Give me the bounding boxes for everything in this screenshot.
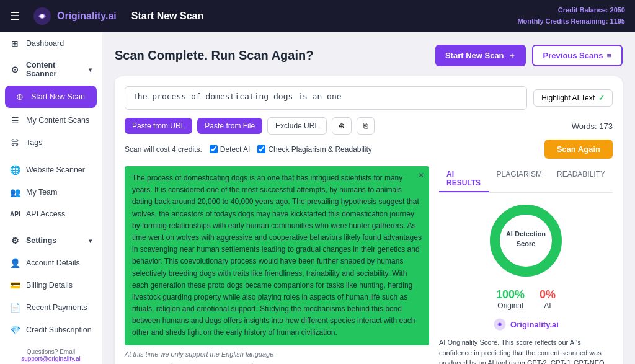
sidebar: ⊞ Dashboard ⊙ Content Scanner ▾ ⊕ Start … <box>0 32 102 364</box>
ai-pct: 0% <box>540 288 556 301</box>
sidebar-item-tags[interactable]: ⌘ Tags <box>0 131 102 154</box>
tab-plagiarism[interactable]: PLAGIARISM <box>489 166 549 192</box>
sidebar-item-my-content-scans[interactable]: ☰ My Content Scans <box>0 109 102 131</box>
chevron-down-icon: ▾ <box>89 66 92 73</box>
scan-again-button[interactable]: Scan Again <box>544 140 613 159</box>
sidebar-label-billing-details: Billing Details <box>26 281 92 290</box>
previous-scans-button[interactable]: Previous Scans ≡ <box>532 45 623 66</box>
ai-type: AI <box>540 301 556 310</box>
sidebar-label-my-team: My Team <box>26 188 92 197</box>
text-results: ✕ The process of domesticating dogs is a… <box>125 166 429 364</box>
start-new-scan-button[interactable]: Start New Scan ＋ <box>435 45 526 66</box>
add-icon: ⊕ <box>339 122 345 130</box>
sidebar-label-account-details: Account Details <box>26 259 92 267</box>
original-label: 100% Original <box>496 288 525 310</box>
sidebar-item-start-new-scan[interactable]: ⊕ Start New Scan <box>5 86 97 108</box>
account-icon: 👤 <box>10 258 20 268</box>
list-icon: ≡ <box>606 51 611 60</box>
hamburger-menu[interactable]: ☰ <box>10 9 20 23</box>
sidebar-label-content-scanner: Content Scanner <box>26 61 82 78</box>
sidebar-label-dashboard: Dashboard <box>26 39 92 48</box>
plagiarism-checkbox-label[interactable]: Check Plagiarism & Readability <box>257 145 371 154</box>
original-pct: 100% <box>496 288 525 301</box>
sidebar-item-recent-payments[interactable]: 📄 Recent Payments <box>0 296 102 319</box>
ai-label: 0% AI <box>540 288 556 310</box>
url-file-row: Paste from URL Paste from File Exclude U… <box>125 117 613 135</box>
copy-icon: ⎘ <box>363 122 368 130</box>
scan-text-input[interactable]: The process of domesticating dogs is an … <box>125 86 527 110</box>
svg-text:Score: Score <box>517 240 536 247</box>
svg-point-7 <box>499 323 501 326</box>
settings-chevron-icon: ▾ <box>89 237 92 244</box>
credits-row: Scan will cost 4 credits. Detect AI Chec… <box>125 140 613 159</box>
svg-point-1 <box>40 14 44 18</box>
sidebar-item-content-scanner[interactable]: ⊙ Content Scanner ▾ <box>0 55 102 84</box>
sidebar-label-credit-subscription: Credit Subscription <box>26 326 92 334</box>
score-panel: AI RESULTS PLAGIARISM READABILITY AI Det… <box>439 166 613 364</box>
donut-chart-container: AI Detection Score <box>439 200 613 281</box>
sidebar-item-settings[interactable]: ⚙ Settings ▾ <box>0 229 102 252</box>
sidebar-item-billing-details[interactable]: 💳 Billing Details <box>0 274 102 296</box>
sidebar-label-tags: Tags <box>26 138 92 147</box>
logo-title: Originality.ai <box>57 11 117 22</box>
paste-file-button[interactable]: Paste from File <box>197 118 262 134</box>
original-type: Original <box>496 301 525 310</box>
paste-url-button[interactable]: Paste from URL <box>125 118 192 134</box>
scan-complete-title: Scan Complete. Run Scan Again? <box>115 48 313 63</box>
originality-brand: Originality.ai <box>439 317 613 331</box>
logo-area: ☰ Originality.ai Start New Scan <box>10 6 517 26</box>
plagiarism-checkbox[interactable] <box>257 145 265 153</box>
sidebar-label-my-content-scans: My Content Scans <box>26 116 92 125</box>
highlight-ai-text-button[interactable]: Highlight AI Text ✓ <box>533 89 613 107</box>
support-email-link[interactable]: support@originality.ai <box>21 355 81 362</box>
credits-cost-text: Scan will cost 4 credits. <box>125 145 202 154</box>
main-layout: ⊞ Dashboard ⊙ Content Scanner ▾ ⊕ Start … <box>0 32 635 364</box>
score-tabs: AI RESULTS PLAGIARISM READABILITY <box>439 166 613 193</box>
score-description: AI Originality Score. This score reflect… <box>439 337 613 364</box>
website-scanner-icon: 🌐 <box>10 165 20 175</box>
results-layout: ✕ The process of domesticating dogs is a… <box>125 166 613 364</box>
highlighted-text-block: ✕ The process of domesticating dogs is a… <box>125 166 429 345</box>
sidebar-item-credit-subscription[interactable]: 💎 Credit Subscription <box>0 319 102 341</box>
team-icon: 👥 <box>10 187 20 197</box>
sidebar-item-account-details[interactable]: 👤 Account Details <box>0 252 102 274</box>
sidebar-item-website-scanner[interactable]: 🌐 Website Scanner <box>0 159 102 181</box>
donut-labels: 100% Original 0% AI <box>439 288 613 310</box>
logo-icon <box>32 6 52 26</box>
support-text: Questions? Email support@originality.ai <box>5 346 97 364</box>
dashboard-icon: ⊞ <box>10 38 20 48</box>
tags-icon: ⌘ <box>10 138 20 148</box>
content-area: Scan Complete. Run Scan Again? Start New… <box>102 32 635 364</box>
exclude-url-button[interactable]: Exclude URL <box>267 117 327 135</box>
credit-info: Credit Balance: 2050 Monthly Credits Rem… <box>517 5 625 27</box>
close-x-icon[interactable]: ✕ <box>418 170 424 182</box>
checkmark-icon: ✓ <box>598 94 605 102</box>
highlight-label: Highlight AI Text <box>541 94 595 102</box>
top-header: ☰ Originality.ai Start New Scan Credit B… <box>0 0 635 32</box>
tab-ai-results[interactable]: AI RESULTS <box>439 166 489 192</box>
scan-header: Scan Complete. Run Scan Again? Start New… <box>115 45 623 66</box>
sidebar-bottom: Questions? Email support@originality.ai … <box>0 341 102 364</box>
add-icon-button[interactable]: ⊕ <box>332 117 352 135</box>
sidebar-label-start-new-scan: Start New Scan <box>31 92 87 101</box>
sidebar-item-api-access[interactable]: API API Access <box>0 203 102 224</box>
billing-icon: 💳 <box>10 280 20 290</box>
svg-text:AI Detection: AI Detection <box>506 230 546 237</box>
settings-icon: ⚙ <box>10 236 20 246</box>
credit-balance: Credit Balance: 2050 <box>517 5 625 16</box>
text-input-row: The process of domesticating dogs is an … <box>125 86 613 110</box>
scan-actions: Start New Scan ＋ Previous Scans ≡ <box>435 45 623 66</box>
sidebar-item-my-team[interactable]: 👥 My Team <box>0 181 102 203</box>
copy-icon-button[interactable]: ⎘ <box>357 117 375 135</box>
donut-chart: AI Detection Score <box>486 200 566 281</box>
sidebar-label-website-scanner: Website Scanner <box>26 166 92 174</box>
payments-icon: 📄 <box>10 303 20 313</box>
sidebar-label-settings: Settings <box>26 236 82 245</box>
header-page-title: Start New Scan <box>131 11 203 22</box>
detect-ai-checkbox[interactable] <box>210 145 218 153</box>
scan-panel: The process of domesticating dogs is an … <box>115 76 623 364</box>
sidebar-item-dashboard[interactable]: ⊞ Dashboard <box>0 32 102 55</box>
sidebar-label-recent-payments: Recent Payments <box>26 303 92 312</box>
detect-ai-checkbox-label[interactable]: Detect AI <box>210 145 251 154</box>
tab-readability[interactable]: READABILITY <box>549 166 613 192</box>
